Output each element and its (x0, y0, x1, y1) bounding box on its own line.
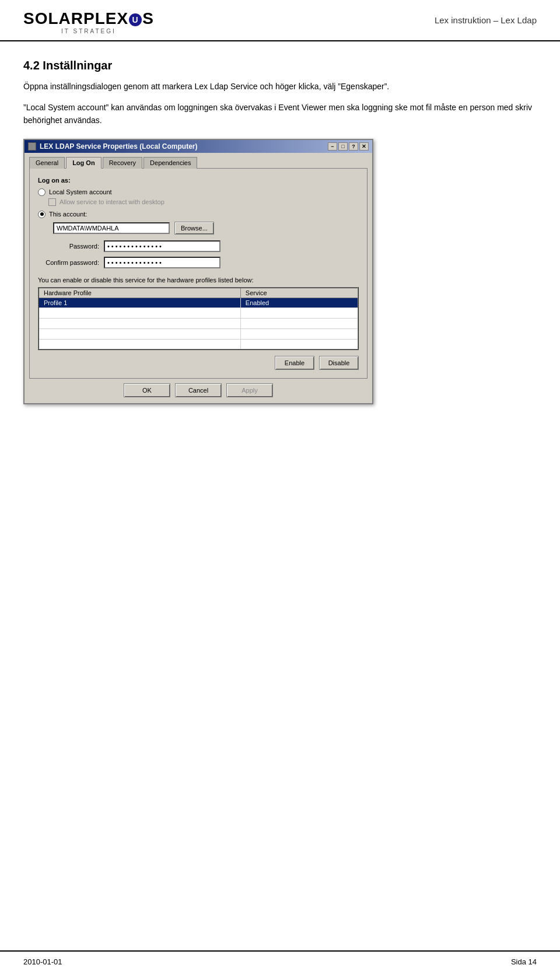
page-footer: 2010-01-01 Sida 14 (0, 950, 560, 972)
dialog-body: Log on as: Local System account Allow se… (29, 168, 368, 379)
tab-dependencies[interactable]: Dependencies (144, 157, 197, 169)
dialog-controls[interactable]: − □ ? ✕ (328, 142, 369, 151)
dialog-wrapper: LEX LDAP Service Properties (Local Compu… (23, 139, 537, 405)
allow-desktop-label: Allow service to interact with desktop (60, 198, 164, 205)
logo: SOLARPLEXUS IT STRATEGI (23, 11, 154, 34)
footer-page: Sida 14 (511, 957, 537, 966)
this-account-label: This account: (49, 211, 87, 218)
local-system-radio-item[interactable]: Local System account (38, 188, 359, 196)
body-paragraph: ”Local System account” kan användas om l… (23, 101, 537, 127)
logon-section-label: Log on as: (38, 177, 359, 184)
section-heading: 4.2 Inställningar (23, 59, 537, 72)
enable-disable-row: Enable Disable (38, 356, 359, 370)
table-row[interactable]: Profile 1 Enabled (38, 298, 358, 307)
this-account-radio-item[interactable]: This account: (38, 211, 359, 218)
dialog-tabs: General Log On Recovery Dependencies (24, 153, 372, 168)
allow-desktop-checkbox-item[interactable]: Allow service to interact with desktop (48, 198, 359, 206)
account-input[interactable] (53, 222, 170, 234)
hardware-profile-table: Hardware Profile Service Profile 1 Enabl… (38, 287, 359, 351)
help-button[interactable]: ? (349, 142, 358, 151)
local-system-label: Local System account (49, 188, 112, 195)
confirm-password-row: Confirm password: (38, 257, 359, 268)
tab-logon[interactable]: Log On (66, 157, 102, 169)
close-button[interactable]: ✕ (359, 142, 369, 151)
confirm-password-label: Confirm password: (38, 259, 99, 266)
table-empty-row-4 (38, 339, 358, 349)
intro-paragraph: Öppna inställningsdialogen genom att mar… (23, 81, 537, 93)
cancel-button[interactable]: Cancel (175, 383, 222, 397)
windows-dialog: LEX LDAP Service Properties (Local Compu… (23, 139, 373, 405)
table-empty-row-3 (38, 328, 358, 339)
titlebar-left: LEX LDAP Service Properties (Local Compu… (28, 142, 198, 151)
profile-info-text: You can enable or disable this service f… (38, 277, 359, 284)
footer-date: 2010-01-01 (23, 957, 62, 966)
browse-button[interactable]: Browse... (174, 222, 214, 235)
table-header-service: Service (240, 288, 358, 298)
dialog-ok-row: OK Cancel Apply (24, 383, 372, 403)
password-input[interactable] (104, 240, 220, 252)
password-row: Password: (38, 240, 359, 252)
enable-button[interactable]: Enable (275, 356, 314, 370)
main-content: 4.2 Inställningar Öppna inställningsdial… (0, 41, 560, 433)
logo-x-icon: U (129, 13, 142, 26)
this-account-radio[interactable] (38, 211, 46, 218)
table-empty-row-1 (38, 307, 358, 318)
password-label: Password: (38, 243, 99, 250)
disable-button[interactable]: Disable (319, 356, 359, 370)
page-header: SOLARPLEXUS IT STRATEGI Lex instruktion … (0, 0, 560, 41)
profile-service: Enabled (240, 298, 358, 307)
minimize-button[interactable]: − (328, 142, 337, 151)
tab-general[interactable]: General (29, 157, 65, 169)
account-row: Browse... (38, 222, 359, 235)
dialog-title: LEX LDAP Service Properties (Local Compu… (40, 142, 198, 151)
ok-button[interactable]: OK (124, 383, 170, 397)
local-system-radio-group: Local System account Allow service to in… (38, 188, 359, 206)
logo-text: SOLARPLEXUS (23, 11, 154, 27)
local-system-radio[interactable] (38, 188, 46, 196)
document-title: Lex instruktion – Lex Ldap (435, 11, 537, 25)
maximize-button[interactable]: □ (338, 142, 348, 151)
allow-desktop-checkbox[interactable] (48, 198, 56, 206)
table-header-profile: Hardware Profile (38, 288, 240, 298)
table-empty-row-2 (38, 318, 358, 328)
dialog-titlebar: LEX LDAP Service Properties (Local Compu… (24, 140, 372, 153)
confirm-password-input[interactable] (104, 257, 220, 268)
profile-name: Profile 1 (38, 298, 240, 307)
tab-recovery[interactable]: Recovery (103, 157, 142, 169)
apply-button[interactable]: Apply (226, 383, 273, 397)
logo-subtitle: IT STRATEGI (23, 28, 154, 34)
dialog-app-icon (28, 142, 36, 151)
